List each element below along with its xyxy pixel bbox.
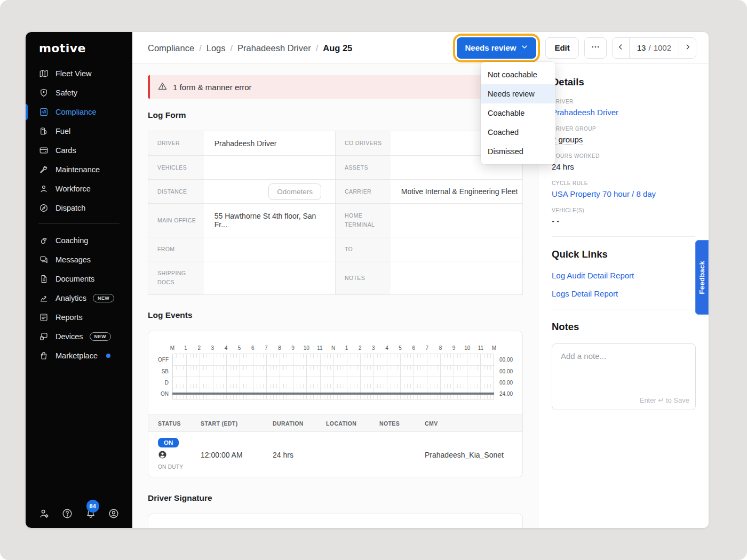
hour-label: 7 bbox=[265, 345, 268, 351]
devices-icon bbox=[39, 332, 49, 341]
sidebar-item-maintenance[interactable]: Maintenance bbox=[26, 160, 132, 179]
chevron-left-icon bbox=[616, 43, 625, 53]
field-value-vehicles bbox=[204, 156, 335, 179]
sidebar-item-fuel[interactable]: Fuel bbox=[26, 122, 132, 141]
breadcrumb-separator: / bbox=[316, 43, 319, 53]
hos-duty-grid bbox=[172, 354, 494, 399]
chevron-right-icon bbox=[684, 43, 692, 53]
sidebar-item-devices[interactable]: DevicesNEW bbox=[26, 327, 132, 346]
log-form-row: DISTANCEOdometersCARRIERMotive Internal … bbox=[148, 179, 522, 203]
app-window: motive Fleet ViewSafetyComplianceFuelCar… bbox=[26, 32, 709, 528]
sidebar-item-workforce[interactable]: Workforce bbox=[26, 179, 132, 198]
hour-label: 7 bbox=[426, 345, 429, 351]
dropdown-option-coachable[interactable]: Coachable bbox=[481, 103, 555, 123]
error-banner: 1 form & manner error bbox=[148, 75, 523, 99]
feedback-tab[interactable]: Feedback bbox=[695, 240, 709, 315]
driver-signature-card bbox=[148, 514, 523, 528]
field-label: MAIN OFFICE bbox=[148, 204, 204, 237]
hour-label: 6 bbox=[412, 345, 415, 351]
breadcrumb-aug-25: Aug 25 bbox=[323, 43, 352, 53]
field-value-shipping-docs bbox=[204, 261, 335, 294]
log-pagination: 13 / 1002 bbox=[612, 37, 696, 59]
sidebar-item-marketplace[interactable]: Marketplace bbox=[26, 346, 132, 365]
review-status-button[interactable]: Needs review bbox=[457, 37, 537, 59]
sidebar-item-documents[interactable]: Documents bbox=[26, 269, 132, 289]
sidebar-item-reports[interactable]: Reports bbox=[26, 308, 132, 327]
page-separator: / bbox=[648, 43, 650, 52]
sidebar-item-dispatch[interactable]: Dispatch bbox=[26, 198, 132, 218]
sidebar-item-cards[interactable]: Cards bbox=[26, 141, 132, 160]
on-duty-line bbox=[172, 393, 494, 395]
event-start-time: 12:00:00 AM bbox=[201, 432, 243, 477]
previous-log-button[interactable] bbox=[613, 38, 629, 58]
quick-link-logs-detail-report[interactable]: Logs Detail Report bbox=[552, 289, 695, 298]
quick-links: Log Audit Detail ReportLogs Detail Repor… bbox=[552, 271, 695, 298]
next-log-button[interactable] bbox=[679, 38, 696, 58]
user-settings-icon[interactable] bbox=[38, 508, 50, 519]
notes-title: Notes bbox=[552, 321, 695, 333]
add-note-input[interactable] bbox=[552, 343, 696, 410]
field-label: CARRIER bbox=[335, 180, 391, 203]
quick-link-log-audit-detail-report[interactable]: Log Audit Detail Report bbox=[552, 271, 695, 280]
field-label: ASSETS bbox=[335, 156, 391, 179]
sidebar-item-compliance[interactable]: Compliance bbox=[26, 102, 132, 122]
field-value-to bbox=[391, 237, 522, 261]
sidebar-item-label: Cards bbox=[55, 146, 76, 155]
review-status-label: Needs review bbox=[465, 43, 516, 52]
dropdown-option-not-coachable[interactable]: Not coachable bbox=[481, 65, 555, 84]
duty-status-label: D bbox=[148, 379, 169, 385]
event-cmv: Prahadeesh_Kia_Sonet bbox=[425, 432, 504, 477]
duty-total-hours: 24.00 bbox=[499, 390, 513, 396]
hour-label: N bbox=[331, 345, 335, 351]
details-panel: Details DRIVERPrahadeesh DriverDRIVER GR… bbox=[538, 64, 709, 528]
hour-label: 1 bbox=[345, 345, 348, 351]
breadcrumb-compliance[interactable]: Compliance bbox=[148, 43, 194, 53]
document-icon bbox=[39, 274, 49, 284]
hour-label: M bbox=[170, 345, 174, 351]
notifications-bell-icon[interactable]: 84 bbox=[85, 508, 97, 519]
log-form-title: Log Form bbox=[148, 110, 186, 120]
sidebar: motive Fleet ViewSafetyComplianceFuelCar… bbox=[26, 32, 132, 528]
event-status: ONON DUTY bbox=[158, 438, 183, 470]
column-header-cmv: CMV bbox=[425, 414, 438, 433]
odometers-button[interactable]: Odometers bbox=[268, 183, 321, 200]
detail-label: HOURS WORKED bbox=[552, 153, 695, 159]
feedback-tab-label: Feedback bbox=[698, 261, 706, 294]
wrench-icon bbox=[39, 165, 49, 174]
log-event-row[interactable]: ONON DUTY12:00:00 AM24 hrsPrahadeesh_Kia… bbox=[148, 432, 522, 477]
help-icon[interactable] bbox=[61, 508, 73, 519]
notification-dot bbox=[106, 354, 110, 358]
dropdown-option-needs-review[interactable]: Needs review bbox=[481, 84, 555, 103]
duty-total-hours: 00.00 bbox=[499, 379, 513, 385]
fuel-pump-icon bbox=[39, 126, 49, 136]
log-form-row: SHIPPING DOCSNOTES bbox=[148, 261, 522, 294]
sidebar-item-analytics[interactable]: AnalyticsNEW bbox=[26, 289, 132, 308]
new-badge: NEW bbox=[93, 294, 114, 302]
detail-value-driver: Prahadeesh Driver bbox=[552, 108, 695, 117]
driver-signature-title: Driver Signature bbox=[148, 493, 212, 503]
breadcrumb-prahadeesh-driver[interactable]: Prahadeesh Driver bbox=[237, 43, 311, 53]
whistle-icon bbox=[39, 236, 49, 245]
hour-label: 5 bbox=[238, 345, 241, 351]
sidebar-item-messages[interactable]: Messages bbox=[26, 250, 132, 269]
breadcrumb-logs[interactable]: Logs bbox=[206, 43, 226, 53]
hos-row-off bbox=[173, 354, 494, 365]
hour-label: M bbox=[492, 345, 496, 351]
dropdown-option-dismissed[interactable]: Dismissed bbox=[481, 142, 555, 161]
edit-button[interactable]: Edit bbox=[545, 37, 578, 59]
log-form-table: DRIVERPrahadeesh DriverCO DRIVERSVEHICLE… bbox=[148, 131, 523, 295]
sidebar-item-safety[interactable]: Safety bbox=[26, 83, 132, 102]
sidebar-divider bbox=[38, 223, 120, 223]
account-icon[interactable] bbox=[108, 508, 120, 519]
detail-value-driver-group: 2 groups bbox=[552, 135, 695, 144]
sidebar-item-fleet-view[interactable]: Fleet View bbox=[26, 64, 132, 83]
field-label: HOME TERMINAL bbox=[335, 204, 391, 237]
sidebar-nav-secondary: CoachingMessagesDocumentsAnalyticsNEWRep… bbox=[26, 231, 132, 365]
sidebar-item-label: Fleet View bbox=[55, 69, 91, 78]
sidebar-item-coaching[interactable]: Coaching bbox=[26, 231, 132, 250]
driver-edit-icon bbox=[158, 450, 167, 461]
field-label: FROM bbox=[148, 237, 204, 261]
more-options-button[interactable] bbox=[584, 37, 607, 59]
sidebar-item-label: Safety bbox=[55, 89, 77, 97]
dropdown-option-coached[interactable]: Coached bbox=[481, 123, 555, 142]
